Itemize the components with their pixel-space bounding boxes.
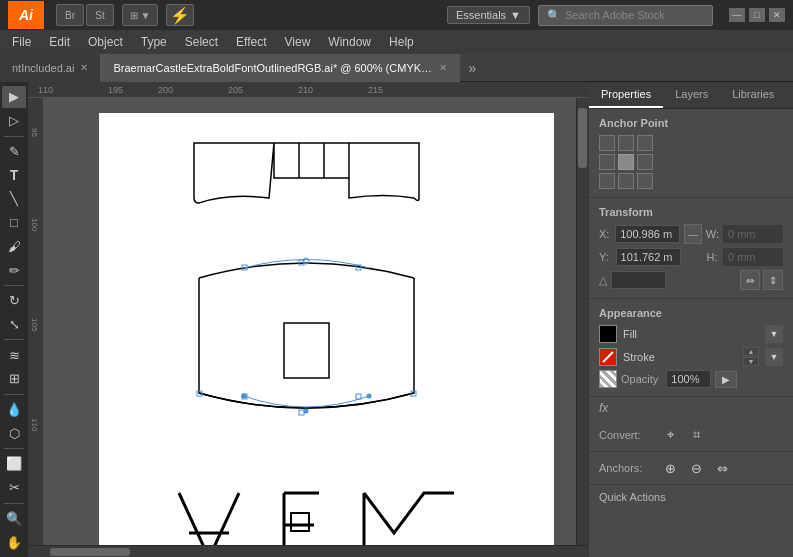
menu-help[interactable]: Help [381, 33, 422, 51]
angle-input[interactable] [611, 271, 666, 289]
fx-label[interactable]: fx [589, 397, 793, 419]
anchor-ml[interactable] [599, 154, 615, 170]
ruler-mark-210: 210 [298, 85, 313, 95]
anchor-br[interactable] [637, 173, 653, 189]
direct-selection-tool[interactable]: ▷ [2, 110, 26, 132]
opacity-input[interactable] [666, 370, 711, 388]
convert-corner-button[interactable]: ⌗ [686, 425, 706, 445]
stroke-swatch[interactable] [599, 348, 617, 366]
add-anchor-button[interactable]: ⊕ [660, 458, 680, 478]
angle-symbol: △ [599, 274, 607, 287]
close-button[interactable]: ✕ [769, 8, 785, 22]
menu-edit[interactable]: Edit [41, 33, 78, 51]
stroke-row: Stroke ▲ ▼ ▼ [599, 347, 783, 366]
h-input[interactable] [723, 248, 783, 266]
shape-tool[interactable]: □ [2, 212, 26, 234]
menu-effect[interactable]: Effect [228, 33, 274, 51]
tab-ntincluded[interactable]: ntIncluded.ai ✕ [0, 54, 101, 82]
ruler-mark-205: 205 [228, 85, 243, 95]
window-controls[interactable]: — □ ✕ [729, 8, 785, 22]
anchors-label: Anchors: [599, 462, 654, 474]
maximize-button[interactable]: □ [749, 8, 765, 22]
toolbar-separator-3 [4, 339, 24, 340]
selection-tool[interactable]: ▶ [2, 86, 26, 108]
stroke-label: Stroke [623, 351, 737, 363]
eyedropper-tool[interactable]: 💧 [2, 399, 26, 421]
tab-close-braemar[interactable]: ✕ [439, 62, 447, 73]
bridge-icon[interactable]: Br [56, 4, 84, 26]
w-input[interactable] [723, 225, 783, 243]
anchor-tc[interactable] [618, 135, 634, 151]
free-transform[interactable]: ⊞ [2, 368, 26, 390]
scroll-thumb-horizontal[interactable] [50, 548, 130, 556]
ruler-left-100: 100 [30, 218, 39, 231]
menu-select[interactable]: Select [177, 33, 226, 51]
link-xy-icon[interactable]: — [684, 224, 702, 244]
line-tool[interactable]: ╲ [2, 188, 26, 210]
ruler-left: 95 100 105 110 [28, 98, 44, 545]
workspace-tool[interactable]: ⊞ ▼ [122, 4, 158, 26]
tab-overflow-button[interactable]: » [462, 54, 482, 82]
convert-anchor-button[interactable]: ⌖ [660, 425, 680, 445]
remove-anchor-button[interactable]: ⊖ [686, 458, 706, 478]
paintbrush-tool[interactable]: 🖌 [2, 235, 26, 257]
toolbar-separator-4 [4, 394, 24, 395]
anchor-bc[interactable] [618, 173, 634, 189]
workspace-selector[interactable]: Essentials ▼ [447, 6, 530, 24]
blend-tool[interactable]: ⬡ [2, 422, 26, 444]
menu-type[interactable]: Type [133, 33, 175, 51]
anchor-mc[interactable] [618, 154, 634, 170]
anchor-bl[interactable] [599, 173, 615, 189]
x-input[interactable] [615, 225, 680, 243]
y-input[interactable] [616, 248, 681, 266]
appearance-section: Appearance Fill ▼ Stroke ▲ ▼ [589, 299, 793, 397]
menu-window[interactable]: Window [320, 33, 379, 51]
flip-v-button[interactable]: ⇕ [763, 270, 783, 290]
fill-dropdown[interactable]: ▼ [765, 325, 783, 343]
tab-layers[interactable]: Layers [663, 82, 720, 108]
scroll-thumb-vertical[interactable] [578, 108, 587, 168]
minimize-button[interactable]: — [729, 8, 745, 22]
anchor-tl[interactable] [599, 135, 615, 151]
menu-view[interactable]: View [277, 33, 319, 51]
toolbar-separator-6 [4, 503, 24, 504]
warp-tool[interactable]: ≋ [2, 344, 26, 366]
slice-tool[interactable]: ✂ [2, 477, 26, 499]
menu-file[interactable]: File [4, 33, 39, 51]
angle-row: △ ⇔ ⇕ [599, 270, 783, 290]
stock-icon[interactable]: St [86, 4, 114, 26]
tab-properties[interactable]: Properties [589, 82, 663, 108]
artboard-tool[interactable]: ⬜ [2, 453, 26, 475]
opacity-more-button[interactable]: ▶ [715, 371, 737, 388]
scale-tool[interactable]: ⤡ [2, 314, 26, 336]
rotate-tool[interactable]: ↻ [2, 290, 26, 312]
horizontal-scrollbar[interactable] [28, 545, 588, 557]
vertical-scrollbar[interactable] [576, 98, 588, 545]
tab-close-ntincluded[interactable]: ✕ [80, 62, 88, 73]
fill-swatch[interactable] [599, 325, 617, 343]
menu-bar: File Edit Object Type Select Effect View… [0, 30, 793, 54]
ruler-mark-195: 195 [108, 85, 123, 95]
icon-arrange[interactable]: ⚡ [166, 4, 194, 26]
anchor-tr[interactable] [637, 135, 653, 151]
toolbar-separator-2 [4, 285, 24, 286]
pencil-tool[interactable]: ✏ [2, 259, 26, 281]
hand-tool[interactable]: ✋ [2, 531, 26, 553]
zoom-tool[interactable]: 🔍 [2, 507, 26, 529]
pen-tool[interactable]: ✎ [2, 140, 26, 162]
convert-label: Convert: [599, 429, 654, 441]
stroke-dropdown[interactable]: ▼ [765, 348, 783, 366]
flip-h-button[interactable]: ⇔ [740, 270, 760, 290]
tab-libraries[interactable]: Libraries [720, 82, 786, 108]
anchor-connect-button[interactable]: ⇔ [712, 458, 732, 478]
transform-title: Transform [599, 206, 783, 218]
stroke-stepper[interactable]: ▲ ▼ [743, 347, 759, 366]
svg-rect-6 [299, 410, 304, 415]
anchor-mr[interactable] [637, 154, 653, 170]
search-bar[interactable]: 🔍 Search Adobe Stock [538, 5, 713, 26]
tab-braemar[interactable]: BraemarCastleExtraBoldFontOutlinedRGB.ai… [101, 54, 460, 82]
tool-selector[interactable]: ⊞ ▼ [122, 4, 158, 26]
canvas-container[interactable] [44, 98, 576, 545]
menu-object[interactable]: Object [80, 33, 131, 51]
type-tool[interactable]: T [2, 164, 26, 186]
